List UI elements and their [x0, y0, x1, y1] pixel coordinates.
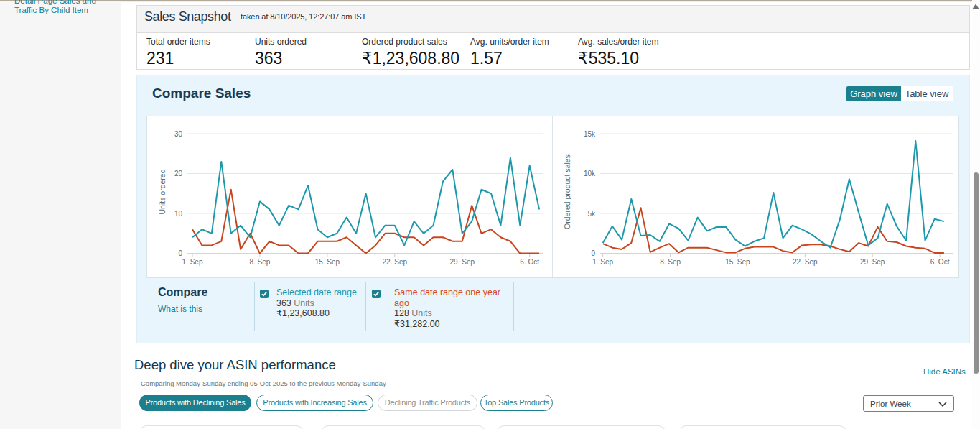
svg-text:0: 0 [178, 249, 182, 257]
svg-text:8. Sep: 8. Sep [660, 258, 681, 266]
svg-text:15. Sep: 15. Sep [315, 258, 340, 266]
svg-text:29. Sep: 29. Sep [450, 258, 475, 266]
svg-text:29. Sep: 29. Sep [860, 258, 885, 266]
svg-text:8. Sep: 8. Sep [249, 258, 270, 266]
svg-text:30: 30 [174, 130, 183, 138]
svg-text:10k: 10k [584, 170, 596, 177]
svg-text:6. Oct: 6. Oct [520, 258, 539, 266]
svg-text:22. Sep: 22. Sep [383, 258, 408, 266]
svg-text:20: 20 [174, 170, 183, 177]
svg-text:10: 10 [174, 210, 183, 218]
svg-text:1. Sep: 1. Sep [182, 258, 203, 266]
svg-text:15. Sep: 15. Sep [725, 258, 750, 266]
svg-text:1. Sep: 1. Sep [592, 258, 613, 266]
svg-text:15k: 15k [584, 130, 596, 138]
svg-text:6. Oct: 6. Oct [930, 258, 950, 266]
svg-text:Ordered product sales: Ordered product sales [563, 154, 571, 229]
svg-text:0: 0 [591, 249, 595, 257]
svg-text:Units ordered: Units ordered [158, 169, 167, 214]
svg-text:22. Sep: 22. Sep [793, 258, 818, 266]
svg-text:5k: 5k [587, 210, 596, 218]
